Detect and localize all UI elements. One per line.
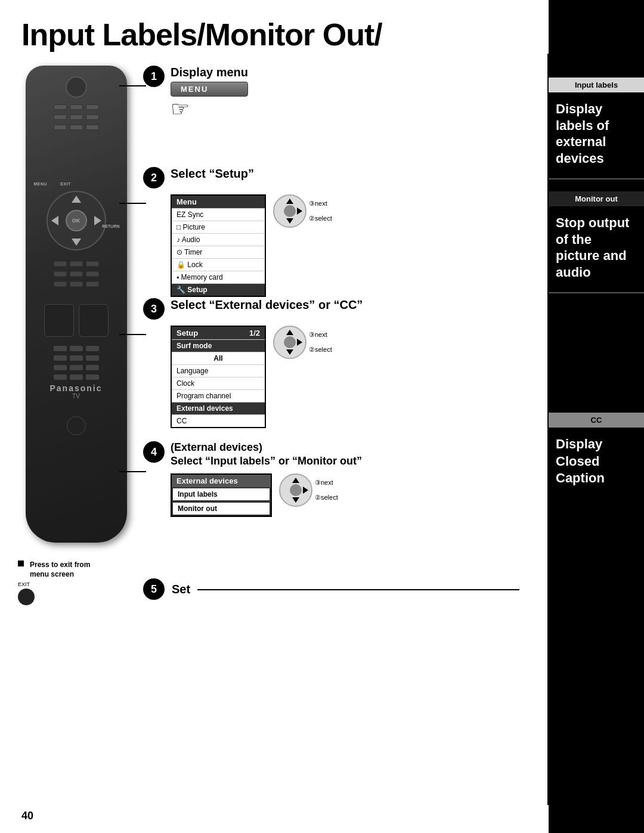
dpad-down[interactable] bbox=[72, 239, 81, 246]
step3-title: Select “External devices” or “CC” bbox=[171, 298, 363, 312]
remote-btn[interactable] bbox=[70, 365, 83, 370]
menu-item-extdevices: External devices bbox=[172, 402, 265, 414]
nav-select-label-3: ②select bbox=[309, 346, 332, 354]
step5-container: 5 Set bbox=[143, 578, 519, 600]
remote-btn[interactable] bbox=[70, 261, 83, 267]
remote-btn[interactable] bbox=[86, 125, 99, 130]
menu-item-ezsync: EZ Sync bbox=[172, 208, 265, 221]
nav-down-4 bbox=[292, 497, 299, 503]
ok-button[interactable]: OK bbox=[66, 210, 87, 231]
monitor-out-badge: Monitor out bbox=[549, 191, 644, 206]
step4-title-main: (External devices) bbox=[171, 441, 362, 454]
menu-item-cc: CC bbox=[172, 414, 265, 427]
nav-ok-3[interactable] bbox=[284, 336, 296, 348]
press-exit-container: Press to exit frommenu screen EXIT bbox=[18, 561, 90, 605]
exit-circle-button[interactable] bbox=[18, 589, 35, 605]
step1-container: 1 Display menu MENU ☞ bbox=[143, 66, 248, 122]
remote-btn[interactable] bbox=[86, 271, 99, 277]
nav-circle-3 bbox=[273, 326, 306, 359]
remote-btn[interactable] bbox=[86, 365, 99, 370]
remote-btn[interactable] bbox=[86, 281, 99, 287]
exit-label-remote: EXIT bbox=[60, 182, 71, 186]
nav-right bbox=[297, 208, 302, 215]
remote-btn[interactable] bbox=[86, 374, 99, 380]
page-title: Input Labels/Monitor Out/ bbox=[21, 17, 382, 52]
dpad-left[interactable] bbox=[51, 216, 58, 225]
menu-item-memcard: ▪ Memory card bbox=[172, 271, 265, 283]
nav-select-label: ②select bbox=[309, 215, 332, 222]
connector-line-4 bbox=[119, 471, 146, 472]
cc-description: Display Closed Caption bbox=[549, 428, 644, 496]
menu-item-clock: Clock bbox=[172, 377, 265, 389]
remote-btn[interactable] bbox=[86, 261, 99, 267]
menu-item-audio: ♪ Audio bbox=[172, 233, 265, 246]
remote-btn[interactable] bbox=[86, 346, 99, 351]
remote-btn[interactable] bbox=[70, 125, 83, 130]
remote-control: MENU EXIT OK RETURN bbox=[18, 66, 134, 555]
remote-btn[interactable] bbox=[86, 104, 99, 110]
right-border-line bbox=[547, 54, 549, 805]
remote-btn[interactable] bbox=[54, 365, 67, 370]
nav-ok-btn[interactable] bbox=[284, 205, 296, 217]
menu-key-hand: ☞ bbox=[171, 97, 248, 122]
step1-circle: 1 bbox=[143, 66, 165, 87]
remote-btn[interactable] bbox=[54, 114, 67, 120]
step2-menu-box: Menu EZ Sync □ Picture ♪ Audio ⊙ Timer 🔒… bbox=[171, 194, 266, 297]
remote-btn[interactable] bbox=[86, 355, 99, 361]
step1-content: Display menu MENU ☞ bbox=[171, 66, 248, 122]
remote-btn[interactable] bbox=[54, 281, 67, 287]
menu-item-programchannel: Program channel bbox=[172, 389, 265, 402]
step3-menu-header: Setup 1/2 bbox=[172, 327, 265, 339]
step3-menu-box: Setup 1/2 Surf mode All Language Clock P… bbox=[171, 326, 266, 428]
step5-circle: 5 bbox=[143, 578, 165, 600]
step2-title: Select “Setup” bbox=[171, 167, 254, 181]
menu-box-header: Menu bbox=[172, 196, 265, 208]
step2-container: 2 Select “Setup” Menu EZ Sync □ Picture … bbox=[143, 167, 332, 297]
step5-title: Set bbox=[172, 583, 190, 596]
remote-btn[interactable] bbox=[86, 114, 99, 120]
step3-header: 3 Select “External devices” or “CC” bbox=[143, 298, 363, 320]
remote-btn[interactable] bbox=[54, 125, 67, 130]
remote-btn[interactable] bbox=[54, 261, 67, 267]
step2-content: Menu EZ Sync □ Picture ♪ Audio ⊙ Timer 🔒… bbox=[171, 194, 332, 297]
step3-circle: 3 bbox=[143, 298, 165, 320]
page-number: 40 bbox=[21, 810, 33, 822]
dpad[interactable]: OK bbox=[47, 191, 106, 250]
step3-nav: ③next ②select bbox=[273, 326, 332, 359]
menu-exit-labels: MENU EXIT bbox=[34, 182, 71, 186]
monitor-out-description: Stop output of the picture and audio bbox=[549, 206, 644, 292]
remote-btn[interactable] bbox=[70, 281, 83, 287]
remote-btn[interactable] bbox=[70, 346, 83, 351]
step4-circle: 4 bbox=[143, 441, 165, 463]
step4-title-sub: Select “Input labels” or “Monitor out” bbox=[171, 455, 362, 467]
remote-btn[interactable] bbox=[70, 374, 83, 380]
sidebar-section-cc: CC Display Closed Caption bbox=[549, 293, 644, 833]
remote-btn[interactable] bbox=[54, 271, 67, 277]
dpad-right[interactable] bbox=[94, 216, 101, 225]
step4-header: 4 (External devices) Select “Input label… bbox=[143, 441, 362, 467]
step2-nav: ③next ②select bbox=[273, 194, 332, 228]
nav-up bbox=[286, 199, 293, 204]
menu-item-inputlabels: Input labels bbox=[172, 487, 271, 501]
remote-btn[interactable] bbox=[70, 355, 83, 361]
remote-btn[interactable] bbox=[54, 104, 67, 110]
remote-btn[interactable] bbox=[54, 346, 67, 351]
remote-large-btn[interactable] bbox=[44, 304, 74, 337]
remote-btn[interactable] bbox=[70, 114, 83, 120]
step1-title: Display menu bbox=[171, 66, 248, 79]
black-square-icon bbox=[18, 561, 24, 566]
remote-btn[interactable] bbox=[54, 355, 67, 361]
nav-circle-2 bbox=[273, 194, 306, 228]
nav-ok-4[interactable] bbox=[290, 484, 302, 496]
nav-labels-3: ③next ②select bbox=[309, 331, 332, 354]
remote-btn[interactable] bbox=[54, 374, 67, 380]
dpad-up[interactable] bbox=[72, 196, 81, 203]
nav-down bbox=[286, 218, 293, 224]
menu-item-setup: 🔧 Setup bbox=[172, 283, 265, 296]
step2-header: 2 Select “Setup” bbox=[143, 167, 332, 188]
remote-btn[interactable] bbox=[70, 104, 83, 110]
remote-large-btn[interactable] bbox=[79, 304, 109, 337]
exit-button[interactable] bbox=[67, 416, 86, 435]
exit-label-text: EXIT bbox=[18, 581, 90, 587]
remote-btn[interactable] bbox=[70, 271, 83, 277]
